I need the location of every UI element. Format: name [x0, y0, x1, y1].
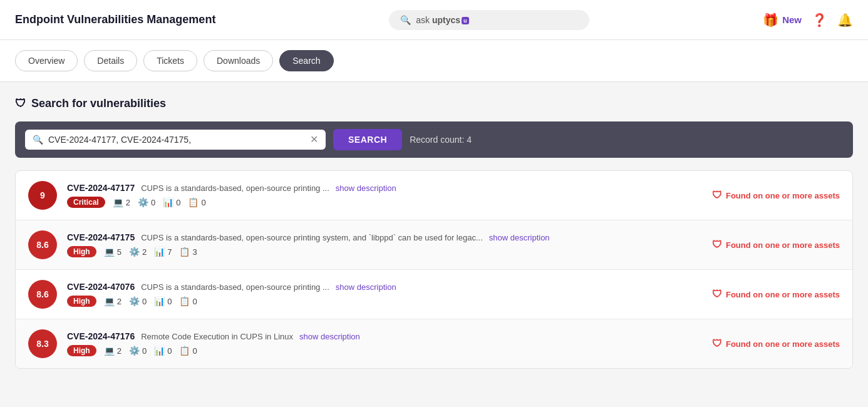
cve-bottom: High 💻 2 ⚙️ 0 📊 0 📋 0 [67, 345, 702, 356]
header-actions: 🎁 New ❓ 🔔 [763, 13, 853, 28]
tab-downloads[interactable]: Downloads [204, 50, 273, 71]
stat-item: 📊 0 [154, 296, 172, 306]
found-on-assets-badge: 🛡 Found on one or more assets [712, 338, 840, 349]
clear-search-button[interactable]: ✕ [310, 135, 318, 145]
tab-tickets[interactable]: Tickets [143, 50, 197, 71]
found-shield-icon: 🛡 [712, 239, 722, 250]
stat-item: 📋 0 [179, 346, 197, 356]
tab-search[interactable]: Search [279, 50, 333, 71]
cve-top: CVE-2024-47175 CUPS is a standards-based… [67, 232, 702, 242]
stat-item: ⚙️ 0 [129, 346, 147, 356]
search-input-wrapper[interactable]: 🔍 ✕ [25, 130, 326, 150]
global-search[interactable]: 🔍 ask uptycsu [389, 10, 589, 30]
stat-item: ⚙️ 0 [138, 197, 155, 207]
stat-item: 📊 0 [163, 197, 180, 207]
cve-top: CVE-2024-47176 Remote Code Execution in … [67, 331, 702, 341]
vulnerability-search-input[interactable] [48, 135, 305, 145]
stat-item: ⚙️ 0 [129, 296, 147, 306]
stat-icon: 📊 [154, 346, 165, 356]
stat-icon: 📋 [179, 247, 190, 257]
stat-value: 0 [151, 198, 155, 207]
new-button[interactable]: 🎁 New [763, 13, 802, 28]
cve-info: CVE-2024-47175 CUPS is a standards-based… [67, 232, 702, 257]
stat-item: 💻 2 [104, 346, 121, 356]
show-description-link[interactable]: show description [489, 233, 550, 242]
cve-id: CVE-2024-47177 [67, 183, 135, 193]
cve-info: CVE-2024-47176 Remote Code Execution in … [67, 331, 702, 356]
help-button[interactable]: ❓ [812, 13, 827, 28]
severity-badge: High [67, 296, 96, 307]
stat-value: 0 [167, 297, 172, 306]
found-on-assets-badge: 🛡 Found on one or more assets [712, 190, 840, 201]
found-on-assets-badge: 🛡 Found on one or more assets [712, 239, 840, 250]
cve-description: CUPS is a standards-based, open-source p… [141, 282, 329, 292]
cve-description: CUPS is a standards-based, open-source p… [141, 233, 483, 242]
found-label: Found on one or more assets [726, 339, 840, 349]
stat-icon: ⚙️ [129, 346, 140, 356]
stat-value: 7 [167, 247, 172, 257]
stat-item: 📋 0 [188, 197, 205, 207]
tab-navigation: Overview Details Tickets Downloads Searc… [0, 40, 868, 82]
cve-top: CVE-2024-47076 CUPS is a standards-based… [67, 282, 702, 292]
stat-value: 0 [142, 346, 147, 356]
notifications-button[interactable]: 🔔 [837, 13, 853, 28]
cve-id: CVE-2024-47176 [67, 331, 135, 341]
show-description-link[interactable]: show description [336, 183, 396, 193]
section-title-text: Search for vulnerabilities [31, 97, 166, 110]
brand-logo: u [462, 17, 469, 24]
record-count: Record count: 4 [410, 135, 472, 145]
main-content: 🛡 Search for vulnerabilities 🔍 ✕ SEARCH … [0, 82, 868, 384]
shield-icon: 🛡 [15, 97, 26, 110]
found-shield-icon: 🛡 [712, 289, 722, 300]
stat-icon: ⚙️ [138, 197, 148, 207]
stat-item: 💻 5 [104, 247, 121, 257]
stat-value: 5 [117, 247, 121, 257]
stat-value: 3 [192, 247, 197, 257]
show-description-link[interactable]: show description [299, 332, 360, 341]
found-label: Found on one or more assets [726, 290, 840, 299]
stat-item: 📋 3 [179, 247, 197, 257]
score-badge: 9 [28, 181, 57, 210]
stat-icon: 📊 [154, 247, 165, 257]
stat-item: 💻 2 [104, 296, 121, 306]
stat-icon: 📊 [154, 296, 165, 306]
score-badge: 8.6 [28, 230, 57, 259]
page-title: Endpoint Vulnerabilities Management [15, 13, 215, 26]
score-badge: 8.6 [28, 280, 57, 309]
tab-details[interactable]: Details [84, 50, 137, 71]
search-input-icon: 🔍 [33, 135, 43, 145]
stat-icon: ⚙️ [129, 296, 140, 306]
search-button[interactable]: SEARCH [333, 129, 402, 150]
show-description-link[interactable]: show description [336, 282, 396, 292]
results-list: 9 CVE-2024-47177 CUPS is a standards-bas… [15, 170, 853, 369]
cve-bottom: High 💻 5 ⚙️ 2 📊 7 📋 3 [67, 246, 702, 257]
found-on-assets-badge: 🛡 Found on one or more assets [712, 289, 840, 300]
stat-value: 0 [192, 346, 197, 356]
result-row: 8.6 CVE-2024-47175 CUPS is a standards-b… [16, 220, 852, 270]
cve-bottom: Critical 💻 2 ⚙️ 0 📊 0 📋 0 [67, 197, 702, 208]
brand-name: uptycs [432, 15, 460, 25]
search-placeholder: ask uptycsu [416, 15, 468, 25]
result-row: 8.3 CVE-2024-47176 Remote Code Execution… [16, 319, 852, 368]
stat-icon: 📋 [179, 296, 190, 306]
found-shield-icon: 🛡 [712, 338, 722, 349]
bell-icon: 🔔 [837, 13, 853, 27]
search-icon: 🔍 [400, 15, 411, 25]
stat-item: ⚙️ 2 [129, 247, 147, 257]
stat-value: 2 [117, 346, 121, 356]
stat-icon: 💻 [104, 296, 115, 306]
stat-item: 📊 0 [154, 346, 172, 356]
cve-description: Remote Code Execution in CUPS in Linux [141, 332, 293, 341]
stat-icon: 💻 [104, 247, 115, 257]
severity-badge: High [67, 345, 96, 356]
tab-overview[interactable]: Overview [15, 50, 78, 71]
stat-value: 0 [201, 198, 205, 207]
stat-item: 💻 2 [113, 197, 130, 207]
new-label: New [782, 14, 802, 25]
cve-description: CUPS is a standards-based, open-source p… [141, 183, 329, 193]
stat-value: 0 [167, 346, 172, 356]
stat-item: 📋 0 [179, 296, 197, 306]
stat-icon: 📋 [179, 346, 190, 356]
score-badge: 8.3 [28, 329, 57, 358]
result-row: 8.6 CVE-2024-47076 CUPS is a standards-b… [16, 270, 852, 319]
